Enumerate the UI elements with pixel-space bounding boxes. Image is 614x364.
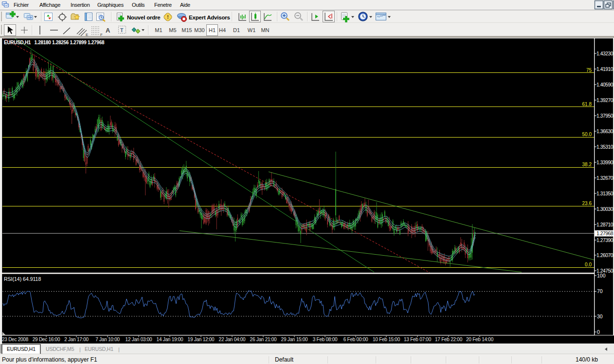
svg-text:29 Jan 15:00: 29 Jan 15:00: [281, 337, 308, 342]
svg-text:19 Jan 12:00: 19 Jan 12:00: [188, 337, 215, 342]
svg-text:3 Feb 08:00: 3 Feb 08:00: [313, 337, 338, 342]
svg-text:T: T: [120, 27, 124, 33]
svg-text:1.35310: 1.35310: [596, 144, 614, 150]
svg-text:70: 70: [597, 288, 603, 294]
svg-text:6 Feb 00:00: 6 Feb 00:00: [343, 337, 368, 342]
svg-text:Expert Advisors: Expert Advisors: [189, 15, 230, 20]
svg-text:E: E: [86, 33, 88, 37]
svg-text:1.37950: 1.37950: [596, 113, 614, 119]
svg-text:!: !: [167, 14, 169, 20]
svg-text:7 Jan 10:00: 7 Jan 10:00: [95, 337, 120, 342]
svg-text:|: |: [79, 347, 81, 352]
svg-text:M1: M1: [155, 27, 162, 33]
svg-text:Graphiques: Graphiques: [97, 2, 124, 8]
svg-text:23.6: 23.6: [582, 201, 592, 206]
svg-text:140/0 kb: 140/0 kb: [576, 356, 598, 363]
svg-text:EURUSD,H1: EURUSD,H1: [85, 346, 113, 352]
svg-text:13 Feb 07:00: 13 Feb 07:00: [404, 337, 432, 342]
svg-text:W1: W1: [248, 27, 256, 33]
svg-text:Affichage: Affichage: [39, 2, 60, 8]
svg-text:Aide: Aide: [180, 2, 190, 8]
svg-text:M5: M5: [169, 27, 176, 33]
svg-text:100: 100: [597, 273, 606, 278]
svg-text:2 Jan 17:00: 2 Jan 17:00: [64, 337, 89, 342]
svg-text:MN: MN: [261, 27, 269, 33]
svg-text:1.41910: 1.41910: [596, 67, 614, 72]
svg-text:10 Feb 15:00: 10 Feb 15:00: [373, 337, 400, 342]
svg-text:Pour plus d'informations, appu: Pour plus d'informations, appuyer F1: [2, 356, 97, 363]
svg-text:1.27390: 1.27390: [596, 238, 614, 243]
svg-text:|: |: [118, 347, 120, 352]
svg-text:30: 30: [597, 313, 603, 319]
svg-text:EURUSD,H1: EURUSD,H1: [7, 346, 36, 352]
svg-text:14 Jan 19:00: 14 Jan 19:00: [157, 337, 184, 342]
svg-text:1.43230: 1.43230: [596, 51, 614, 56]
svg-text:1.31350: 1.31350: [596, 191, 614, 196]
svg-text:Default: Default: [275, 356, 294, 363]
svg-text:1.28710: 1.28710: [596, 222, 614, 227]
svg-text:Fenetre: Fenetre: [154, 2, 172, 8]
svg-text:1.36630: 1.36630: [596, 129, 614, 134]
svg-text:M15: M15: [181, 27, 192, 33]
svg-text:1.39270: 1.39270: [596, 98, 614, 103]
svg-text:H4: H4: [219, 27, 226, 33]
svg-text:USDCHF,M5: USDCHF,M5: [46, 346, 74, 352]
svg-text:H1: H1: [209, 27, 216, 33]
svg-text:1.33990: 1.33990: [596, 160, 614, 165]
svg-text:23 Dec 2008: 23 Dec 2008: [2, 337, 29, 342]
svg-text:50.0: 50.0: [582, 132, 592, 137]
svg-text:RSI(14) 64.9118: RSI(14) 64.9118: [4, 276, 41, 282]
svg-text:Nouvel ordre: Nouvel ordre: [127, 15, 161, 20]
svg-text:Outils: Outils: [132, 2, 145, 8]
svg-text:EURUSD,H1 1.28180 1.28256 1.: EURUSD,H1 1.28180 1.28256 1.27899 1.2796…: [4, 40, 105, 45]
svg-text:M30: M30: [194, 27, 204, 33]
svg-text:75: 75: [586, 68, 592, 73]
svg-text:A: A: [106, 27, 110, 34]
svg-text:D1: D1: [233, 27, 240, 33]
svg-text:38.2: 38.2: [582, 162, 592, 167]
svg-text:20 Feb 14:00: 20 Feb 14:00: [466, 337, 494, 342]
svg-text:61.8: 61.8: [582, 102, 592, 107]
svg-text:1.27968: 1.27968: [596, 231, 614, 236]
svg-text:22 Jan 04:00: 22 Jan 04:00: [219, 337, 246, 342]
svg-text:26 Jan 21:00: 26 Jan 21:00: [250, 337, 277, 342]
svg-text:F: F: [100, 33, 103, 37]
svg-text:17 Feb 22:00: 17 Feb 22:00: [435, 337, 463, 342]
svg-text:0: 0: [597, 329, 600, 335]
svg-text:29 Dec 16:00: 29 Dec 16:00: [33, 337, 60, 342]
svg-text:1.40590: 1.40590: [596, 82, 614, 87]
svg-text:Fichier: Fichier: [14, 2, 29, 8]
svg-text:0.0: 0.0: [585, 262, 592, 267]
svg-text:1.32670: 1.32670: [596, 175, 614, 181]
svg-text:12 Jan 03:00: 12 Jan 03:00: [126, 337, 153, 342]
svg-text:1.26070: 1.26070: [596, 253, 614, 258]
svg-text:1.30030: 1.30030: [596, 207, 614, 212]
svg-text:Insertion: Insertion: [71, 2, 90, 8]
